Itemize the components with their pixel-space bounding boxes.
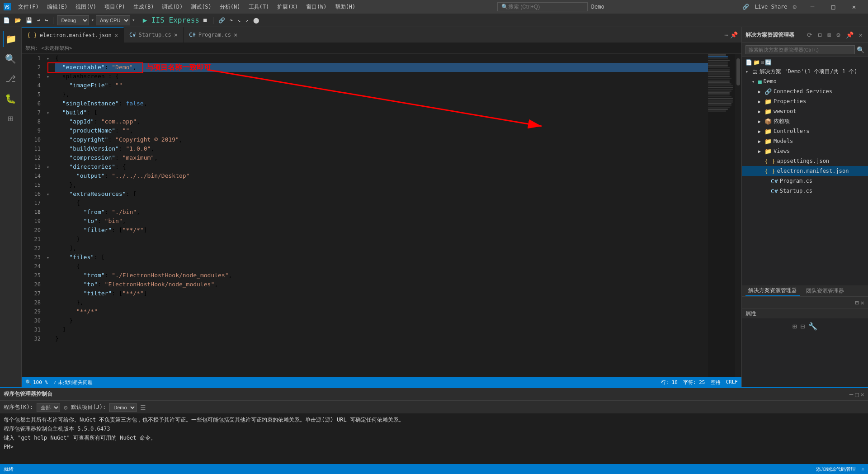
vertical-scrollbar[interactable] xyxy=(735,54,741,377)
tab-startup[interactable]: C# Startup.cs × xyxy=(124,27,184,43)
code-line-22[interactable]: ], xyxy=(55,244,708,253)
menu-build[interactable]: 生成(B) xyxy=(130,1,158,13)
props-expand-icon[interactable]: ⊟ xyxy=(855,299,859,306)
tree-appsettings[interactable]: ▶ { } appsettings.json xyxy=(742,156,868,166)
console-expand-icon[interactable]: □ xyxy=(855,391,859,398)
panel-settings-icon[interactable]: ⚙ xyxy=(835,30,842,39)
props-grid-icon[interactable]: ⊞ xyxy=(793,322,797,331)
menu-edit[interactable]: 编辑(E) xyxy=(43,1,71,13)
panel-sync-icon[interactable]: ⟳ xyxy=(805,30,814,39)
source-select[interactable]: 全部 xyxy=(37,403,60,412)
code-line-28[interactable]: }, xyxy=(55,298,708,307)
menu-help[interactable]: 帮助(H) xyxy=(331,1,359,13)
debug-sidebar-icon[interactable]: 🐛 xyxy=(3,90,19,107)
tab-close-1[interactable]: × xyxy=(114,32,118,39)
default-select[interactable]: Demo xyxy=(109,403,137,412)
panel-close-icon[interactable]: ✕ xyxy=(857,30,864,39)
code-line-12[interactable]: "compression": "maximum", xyxy=(55,153,708,162)
code-line-31[interactable]: ] xyxy=(55,325,708,334)
solution-search-icon[interactable]: 🔍 xyxy=(857,46,864,53)
tree-toolbar-icon1[interactable]: 📄 xyxy=(745,59,752,66)
save-all-icon[interactable]: 💾 xyxy=(24,16,34,24)
code-line-20[interactable]: "filter": ["**/*"] xyxy=(55,226,708,235)
fold-gutter-16[interactable]: ▾ xyxy=(44,190,52,199)
scrollbar-thumb[interactable] xyxy=(736,58,740,85)
tree-electron-manifest[interactable]: ▶ { } electron.manifest.json xyxy=(742,166,868,176)
platform-select[interactable]: Any CPU xyxy=(96,15,130,25)
minimize-button[interactable]: ─ xyxy=(802,0,823,14)
tree-toolbar-icon4[interactable]: 🔄 xyxy=(765,59,772,66)
menu-tools[interactable]: 工具(T) xyxy=(245,1,273,13)
undo-icon[interactable]: ↩ xyxy=(36,16,42,24)
code-line-27[interactable]: "filter": ["**/*"] xyxy=(55,289,708,298)
search-box[interactable]: 🔍 xyxy=(497,2,588,11)
tab-close-2[interactable]: × xyxy=(174,31,178,38)
code-line-30[interactable]: } xyxy=(55,316,708,325)
open-icon[interactable]: 📂 xyxy=(13,16,23,24)
menu-test[interactable]: 测试(S) xyxy=(187,1,215,13)
tree-wwwroot[interactable]: ▶ 📁 wwwroot xyxy=(742,106,868,116)
props-close-icon[interactable]: ✕ xyxy=(861,299,864,306)
tree-controllers[interactable]: ▶ 📁 Controllers xyxy=(742,126,868,136)
code-line-25[interactable]: "from": "./ElectronHostHook/node_modules… xyxy=(55,271,708,280)
menu-extensions[interactable]: 扩展(X) xyxy=(274,1,302,13)
tree-views[interactable]: ▶ 📁 Views xyxy=(742,146,868,156)
fold-gutter-3[interactable]: ▾ xyxy=(44,72,52,81)
console-list-icon[interactable]: ☰ xyxy=(140,404,146,411)
tab-more-icon[interactable]: ⋯ xyxy=(725,31,728,38)
menu-file[interactable]: 文件(F) xyxy=(14,1,42,13)
code-line-21[interactable]: } xyxy=(55,235,708,244)
fold-gutter-7[interactable]: ▾ xyxy=(44,108,52,117)
fold-gutter-23[interactable]: ▾ xyxy=(44,253,52,262)
menu-debug[interactable]: 调试(D) xyxy=(158,1,186,13)
live-share-label[interactable]: Live Share xyxy=(755,4,787,10)
menu-view[interactable]: 视图(V) xyxy=(72,1,100,13)
tree-solution-root[interactable]: ▾ 🗂 解决方案 'Demo'(1 个项目/共 1 个) xyxy=(742,66,868,76)
code-line-4[interactable]: "imageFile": "" xyxy=(55,81,708,90)
code-line-11[interactable]: "buildVersion": "1.0.0", xyxy=(55,144,708,153)
tree-dependencies[interactable]: ▶ 📦 依赖项 xyxy=(742,116,868,126)
panel-pin-icon[interactable]: 📌 xyxy=(844,30,855,39)
code-line-5[interactable]: }, xyxy=(55,90,708,99)
breakpoint-icon[interactable]: ⬤ xyxy=(252,16,260,24)
code-line-32[interactable]: } xyxy=(55,334,708,343)
panel-collapse-icon[interactable]: ⊠ xyxy=(826,30,833,39)
search-sidebar-icon[interactable]: 🔍 xyxy=(3,51,19,67)
extensions-icon[interactable]: ⊞ xyxy=(3,110,19,127)
git-icon[interactable]: ⎇ xyxy=(3,71,19,87)
menu-window[interactable]: 窗口(W) xyxy=(302,1,330,13)
code-line-16[interactable]: "extraResources": [ xyxy=(55,190,708,199)
props-tool-icon[interactable]: 🔧 xyxy=(808,322,817,331)
code-line-1[interactable]: { xyxy=(55,54,708,63)
tab-solution-explorer[interactable]: 解决方案资源管理器 xyxy=(745,286,800,296)
code-line-2[interactable]: "executable": "Demo", xyxy=(55,63,708,72)
panel-filter-icon[interactable]: ⊟ xyxy=(816,30,823,39)
tree-project[interactable]: ▾ ■ Demo xyxy=(742,76,868,86)
step-in-icon[interactable]: ↘ xyxy=(236,16,242,24)
console-minimize-icon[interactable]: ─ xyxy=(849,391,853,398)
fold-gutter-1[interactable]: ▾ xyxy=(44,54,52,63)
code-line-14[interactable]: "output": "../../../bin/Desktop" xyxy=(55,171,708,180)
step-over-icon[interactable]: ↷ xyxy=(228,16,234,24)
code-line-8[interactable]: "appId": "com..app", xyxy=(55,117,708,126)
tree-connected-services[interactable]: ▶ 🔗 Connected Services xyxy=(742,86,868,96)
code-line-17[interactable]: { xyxy=(55,199,708,208)
tab-close-3[interactable]: × xyxy=(234,31,237,38)
zoom-level[interactable]: 🔍 100 % xyxy=(25,379,48,386)
code-editor[interactable]: { "executable": "Demo", splashscreen : {… xyxy=(52,54,708,377)
stop-icon[interactable]: ⏹ xyxy=(201,16,209,24)
tree-toolbar-icon2[interactable]: 📁 xyxy=(753,59,760,66)
tree-properties[interactable]: ▶ 📁 Properties xyxy=(742,96,868,106)
code-line-18[interactable]: "from": "./bin", xyxy=(55,208,708,217)
props-list-icon[interactable]: ⊟ xyxy=(801,322,805,331)
attach-icon[interactable]: 🔗 xyxy=(217,16,226,24)
add-source-control[interactable]: 添加到源代码管理 xyxy=(816,466,856,473)
code-line-6[interactable]: "singleInstance": false, xyxy=(55,99,708,108)
restore-button[interactable]: □ xyxy=(823,0,844,14)
code-line-23[interactable]: "files": [ xyxy=(55,253,708,262)
settings-icon[interactable]: ⚙ xyxy=(793,3,797,10)
fold-gutter-13[interactable]: ▾ xyxy=(44,162,52,171)
debug-mode-select[interactable]: Debug Release xyxy=(57,15,89,25)
code-line-19[interactable]: "to": "bin", xyxy=(55,217,708,226)
redo-icon[interactable]: ↪ xyxy=(43,16,49,24)
